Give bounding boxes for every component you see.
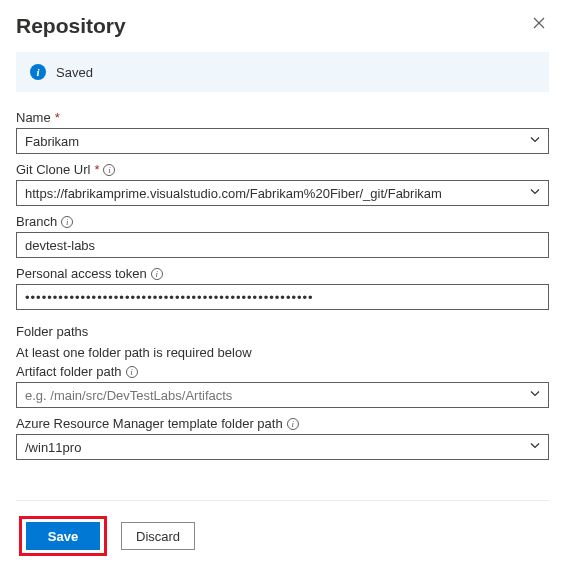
arm-input[interactable] — [16, 434, 549, 460]
pat-label-text: Personal access token — [16, 266, 147, 281]
info-icon: i — [30, 64, 46, 80]
name-label: Name * — [16, 110, 549, 125]
arm-field-block: Azure Resource Manager template folder p… — [16, 416, 549, 460]
artifact-label: Artifact folder path i — [16, 364, 549, 379]
name-label-text: Name — [16, 110, 51, 125]
artifact-input[interactable] — [16, 382, 549, 408]
panel-header: Repository — [16, 14, 549, 38]
save-button[interactable]: Save — [26, 522, 100, 550]
notice-text: Saved — [56, 65, 93, 80]
name-input[interactable] — [16, 128, 549, 154]
giturl-label-text: Git Clone Url — [16, 162, 90, 177]
panel-title: Repository — [16, 14, 126, 38]
folder-paths-hint: At least one folder path is required bel… — [16, 345, 549, 360]
info-icon[interactable]: i — [103, 164, 115, 176]
branch-label: Branch i — [16, 214, 549, 229]
button-row: Save Discard — [16, 513, 549, 559]
arm-label-text: Azure Resource Manager template folder p… — [16, 416, 283, 431]
giturl-field-block: Git Clone Url * i — [16, 162, 549, 206]
folder-paths-title: Folder paths — [16, 324, 549, 339]
name-field-block: Name * — [16, 110, 549, 154]
repository-panel: Repository i Saved Name * Git Clone Url … — [0, 0, 565, 569]
arm-label: Azure Resource Manager template folder p… — [16, 416, 549, 431]
info-icon[interactable]: i — [126, 366, 138, 378]
required-marker: * — [94, 162, 99, 177]
giturl-label: Git Clone Url * i — [16, 162, 549, 177]
giturl-input[interactable] — [16, 180, 549, 206]
branch-label-text: Branch — [16, 214, 57, 229]
branch-field-block: Branch i — [16, 214, 549, 258]
pat-field-block: Personal access token i — [16, 266, 549, 310]
close-icon[interactable] — [529, 14, 549, 34]
branch-input[interactable] — [16, 232, 549, 258]
pat-input[interactable] — [16, 284, 549, 310]
artifact-label-text: Artifact folder path — [16, 364, 122, 379]
artifact-field-block: Artifact folder path i — [16, 364, 549, 408]
discard-button[interactable]: Discard — [121, 522, 195, 550]
info-icon[interactable]: i — [61, 216, 73, 228]
pat-label: Personal access token i — [16, 266, 549, 281]
info-icon[interactable]: i — [287, 418, 299, 430]
info-icon[interactable]: i — [151, 268, 163, 280]
saved-notice: i Saved — [16, 52, 549, 92]
save-highlight: Save — [19, 516, 107, 556]
required-marker: * — [55, 110, 60, 125]
divider — [16, 500, 549, 501]
